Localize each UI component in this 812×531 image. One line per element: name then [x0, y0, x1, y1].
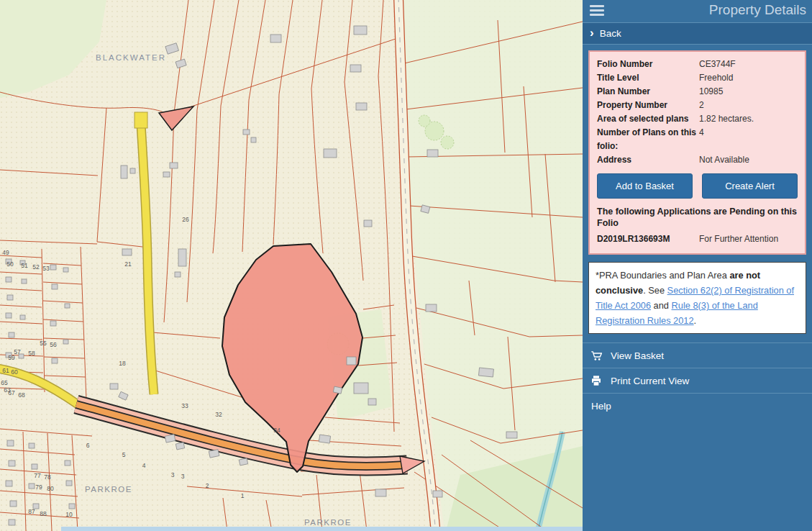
detail-label: Property Number: [597, 99, 699, 112]
plot-number: 18: [119, 360, 126, 367]
panel-title: Property Details: [709, 2, 806, 18]
plot-number: 61: [2, 367, 9, 374]
folio-details-box: Folio Number CE3744F Title Level Freehol…: [588, 50, 806, 255]
plot-number: 78: [44, 473, 51, 481]
map-viewport[interactable]: BLACKWATER PARKROE PARKROE 2621183332346…: [0, 0, 583, 531]
detail-row: Folio Number CE3744F: [597, 58, 798, 71]
basket-icon: [590, 349, 604, 362]
detail-label: Folio Number: [597, 58, 699, 71]
detail-row: Title Level Freehold: [597, 71, 798, 85]
detail-label: Area of selected plans: [597, 112, 699, 126]
plot-number: 26: [182, 216, 189, 223]
detail-row: Area of selected plans 1.82 hectares.: [597, 112, 798, 126]
detail-label: Address: [597, 153, 699, 167]
detail-value: 2: [699, 99, 704, 112]
pending-status: For Further Attention: [699, 232, 778, 246]
plot-number: 53: [42, 265, 50, 272]
plot-number: 52: [32, 263, 40, 271]
plot-number: 49: [2, 249, 9, 256]
cadastral-map[interactable]: BLACKWATER PARKROE PARKROE 2621183332346…: [0, 0, 583, 531]
map-label-parkroe-2: PARKROE: [304, 518, 352, 527]
menu-icon[interactable]: [590, 4, 604, 17]
detail-value: 1.82 hectares.: [699, 112, 754, 126]
plot-number: 4: [142, 462, 146, 469]
panel-header: Property Details: [583, 0, 812, 20]
plot-number: 21: [124, 260, 132, 268]
plot-number: 32: [215, 411, 222, 418]
detail-row: Property Number 2: [597, 99, 798, 112]
plot-number: 6: [86, 442, 90, 449]
plot-number: 58: [28, 350, 35, 357]
plot-number: 5: [122, 451, 126, 458]
plot-number: 79: [35, 484, 42, 491]
plot-number: 60: [11, 368, 18, 376]
detail-value: CE3744F: [699, 58, 736, 71]
map-label-parkroe-1: PARKROE: [85, 485, 132, 494]
plot-number: 55: [40, 340, 47, 347]
detail-label: Number of Plans on this folio:: [597, 126, 699, 153]
plot-number: 50: [6, 260, 14, 268]
disclaimer-box: *PRA Boundaries and Plan Area are not co…: [588, 262, 806, 334]
plot-number: 3: [171, 471, 175, 478]
chevron-right-icon: ›: [590, 27, 594, 39]
print-current-view-label: Print Current View: [611, 376, 689, 386]
app: BLACKWATER PARKROE PARKROE 2621183332346…: [0, 0, 812, 531]
pending-application-row: D2019LR136693M For Further Attention: [597, 232, 798, 246]
plot-number: 68: [18, 391, 25, 399]
plot-number: 34: [273, 427, 280, 434]
create-alert-button[interactable]: Create Alert: [702, 173, 798, 199]
horizontal-scrollbar[interactable]: [61, 527, 583, 531]
detail-label: Title Level: [597, 71, 699, 85]
back-label: Back: [600, 28, 621, 39]
add-to-basket-button[interactable]: Add to Basket: [597, 173, 693, 199]
detail-row: Address Not Available: [597, 153, 798, 167]
detail-value: Freehold: [699, 71, 733, 85]
plot-number: 59: [8, 354, 15, 361]
plot-number: 2: [206, 482, 209, 489]
pending-ref: D2019LR136693M: [597, 232, 699, 246]
detail-row: Number of Plans on this folio: 4: [597, 126, 798, 153]
view-basket-button[interactable]: View Basket: [583, 342, 812, 368]
plot-number: 77: [34, 472, 41, 479]
back-button[interactable]: › Back: [583, 22, 812, 45]
plot-number: 56: [50, 341, 57, 348]
pending-applications-heading: The following Applications are Pending o…: [597, 206, 798, 229]
disclaimer-text: *PRA Boundaries and Plan Area: [596, 270, 729, 281]
detail-value: 4: [699, 126, 704, 153]
plot-number: 67: [8, 389, 15, 396]
view-basket-label: View Basket: [611, 350, 664, 361]
map-label-blackwater: BLACKWATER: [96, 53, 166, 62]
print-current-view-button[interactable]: Print Current View: [583, 368, 812, 393]
plot-number: 51: [21, 262, 28, 269]
plot-number: 3: [181, 473, 185, 480]
help-link[interactable]: Help: [583, 393, 812, 418]
plot-number: 87: [28, 508, 35, 515]
detail-value: Not Available: [699, 153, 749, 167]
plot-number: 80: [47, 485, 54, 492]
detail-label: Plan Number: [597, 85, 699, 99]
property-details-panel: Property Details › Back Folio Number CE3…: [583, 0, 812, 531]
plot-number: 88: [40, 510, 47, 517]
plot-number: 65: [1, 379, 8, 386]
help-label: Help: [591, 401, 611, 412]
plot-number: 33: [181, 402, 188, 409]
detail-row: Plan Number 10985: [597, 85, 798, 99]
detail-value: 10985: [699, 85, 723, 99]
printer-icon: [590, 374, 604, 387]
plot-number: 10: [65, 511, 73, 518]
plot-number: 1: [241, 492, 245, 499]
